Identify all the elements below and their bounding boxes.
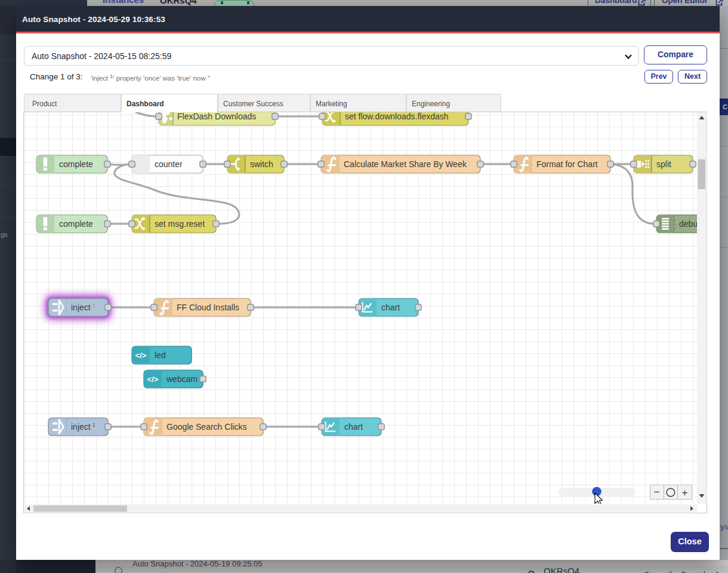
svg-text:−: − [654, 486, 660, 498]
svg-text:webcam: webcam [166, 374, 198, 384]
svg-text:split: split [656, 159, 671, 169]
svg-text:FF Cloud Installs: FF Cloud Installs [177, 303, 239, 312]
svg-text:complete: complete [59, 159, 93, 169]
svg-text:counter: counter [155, 159, 183, 169]
svg-text:chart: chart [344, 422, 363, 432]
svg-text:chart: chart [381, 303, 400, 312]
svg-text:led: led [155, 350, 166, 360]
svg-text:set flow.downloads.flexdash: set flow.downloads.flexdash [345, 112, 449, 121]
svg-text:switch: switch [250, 159, 273, 169]
svg-text:Google Search Clicks: Google Search Clicks [166, 422, 247, 432]
svg-text:</>: </> [147, 375, 159, 384]
svg-text:FlexDash Downloads: FlexDash Downloads [177, 112, 256, 121]
svg-text:</>: </> [135, 351, 147, 360]
svg-text:set msg.reset: set msg.reset [155, 219, 205, 229]
svg-text:Calculate Market Share By Week: Calculate Market Share By Week [344, 159, 467, 169]
svg-text:Format for Chart: Format for Chart [536, 159, 598, 169]
svg-text:complete: complete [59, 219, 93, 229]
svg-text:+: + [682, 487, 688, 498]
